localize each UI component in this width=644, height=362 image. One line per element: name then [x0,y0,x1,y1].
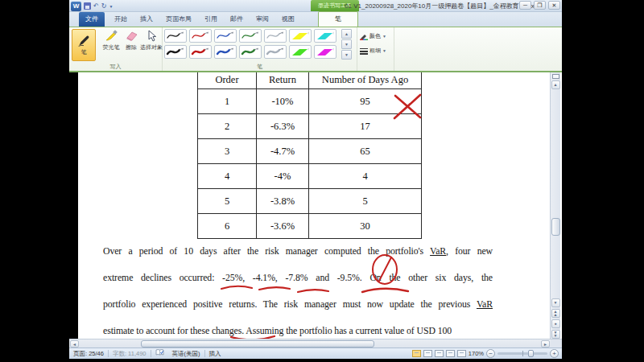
table-cell: -6.3% [257,114,309,139]
tab-pen-active[interactable]: 笔 [318,11,358,27]
undo-button[interactable]: ↶ [93,2,99,11]
scroll-down-icon[interactable]: ▼ [551,298,560,307]
quick-access-toolbar: W ↶ ↻ ▼ [71,1,113,11]
table-cell: -10% [257,89,309,114]
print-layout-view-button[interactable] [412,350,421,357]
pen-style-option-pen[interactable] [239,45,262,59]
line1-tail: , four new [446,245,493,257]
tab-review[interactable]: 审阅 [250,12,275,27]
horizontal-scrollbar[interactable]: ◄ ► [69,339,551,348]
language-indicator[interactable]: 英语(美国) [168,350,204,358]
table-row: 1-10%95 [198,89,422,114]
table-cell: -4% [257,164,309,189]
ribbon-group-format: 颜色▼ 粗细▼ [357,27,394,72]
pen-style-option-pen[interactable] [164,29,187,43]
highlighter-tool-button[interactable]: 荧光笔 [100,30,122,51]
fullscreen-reading-view-button[interactable] [423,350,432,357]
table-cell: -3.6% [257,214,309,239]
tab-references[interactable]: 引用 [198,12,224,27]
table-cell: 95 [309,89,422,114]
window-controls: ─ ❐ ✕ [519,1,560,10]
ribbon-group-write: 笔 荧光笔 擦除 选择对象 写入 [69,27,163,72]
insert-mode-indicator[interactable]: 插入 [205,350,225,358]
select-objects-button[interactable]: 选择对象 [140,30,163,51]
pen-style-option-pen[interactable] [239,29,262,43]
page-indicator[interactable]: 页面: 25/46 [69,350,108,358]
table-row: 5-3.8%5 [198,189,422,214]
pen-style-option-highlighter[interactable] [314,29,336,43]
gallery-scrollbar: ▲ ▼ ▼ [341,29,352,60]
zoom-slider[interactable] [497,352,547,355]
pen-style-option-pen[interactable] [214,29,237,43]
ribbon: 笔 荧光笔 擦除 选择对象 写入 [69,27,562,71]
pen-style-option-highlighter[interactable] [289,29,312,43]
paragraph-line: portfolio experienced positive returns. … [103,298,493,325]
pen-style-option-pen[interactable] [164,45,187,59]
browse-object-icon[interactable]: ● [551,319,560,328]
scrollbar-corner [551,339,562,348]
word-logo-icon: W [71,2,81,11]
scroll-right-icon[interactable]: ► [541,340,550,348]
zoom-level[interactable]: 170% [469,350,484,357]
table-row: 2-6.3%17 [198,114,422,139]
spellcheck-icon[interactable] [151,349,168,358]
browse-previous-icon[interactable]: ▲▲ [551,309,560,318]
paragraph-line: extreme declines occurred: -25%, -4.1%, … [103,272,493,298]
hscroll-thumb[interactable] [141,340,374,348]
pen-color-button[interactable]: 颜色▼ [360,32,386,40]
vscroll-track[interactable] [551,89,561,297]
ruler-toggle-icon[interactable] [552,74,559,79]
pen-icon [77,35,90,47]
tab-home[interactable]: 开始 [108,12,134,27]
browse-next-icon[interactable]: ▼▼ [551,330,560,339]
scroll-left-icon[interactable]: ◄ [70,340,79,348]
table-cell: 17 [309,114,422,139]
zoom-slider-thumb[interactable] [528,350,534,357]
gallery-scroll-down-icon[interactable]: ▼ [341,39,352,49]
scroll-up-icon[interactable]: ▲ [551,80,560,89]
ribbon-empty-area [394,27,562,72]
web-layout-view-button[interactable] [435,350,444,357]
tab-view[interactable]: 视图 [275,12,301,27]
document-left-gap [69,72,78,339]
outline-view-button[interactable] [446,350,455,357]
draft-view-button[interactable] [457,350,466,357]
status-bar: 页面: 25/46 字数: 11,490 英语(美国) 插入 170% − [69,348,562,359]
pen-tool-button[interactable]: 笔 [72,29,96,61]
pen-style-option-pen[interactable] [189,45,212,59]
qat-dropdown-icon[interactable]: ▼ [109,2,113,11]
tab-file[interactable]: 文件 [79,12,105,27]
tab-insert[interactable]: 插入 [134,12,159,27]
tab-page-layout[interactable]: 页面布局 [159,12,198,27]
table-cell: 4 [309,164,422,189]
tab-mailings[interactable]: 邮件 [224,12,250,27]
table-cell: 3 [198,139,257,164]
gallery-scroll-up-icon[interactable]: ▲ [341,29,352,39]
close-button[interactable]: ✕ [548,1,560,10]
gallery-more-icon[interactable]: ▼ [341,50,352,60]
zoom-in-button[interactable]: + [550,349,559,358]
vscroll-thumb[interactable] [551,218,560,236]
paragraph-line: Over a period of 10 days after the risk … [103,245,493,272]
restore-button[interactable]: ❐ [534,1,546,10]
pen-weight-button[interactable]: 粗细▼ [360,47,386,55]
word-count[interactable]: 字数: 11,490 [109,350,151,358]
pen-style-option-pen[interactable] [214,45,237,59]
table-header-cell: Return [257,72,309,89]
var-term: VaR [430,245,446,257]
save-icon[interactable] [84,2,91,10]
var-term: VaR [477,298,493,310]
vertical-scrollbar[interactable]: ▲ ▼ ▲▲ ● ▼▼ [550,72,560,339]
pen-style-option-pen[interactable] [264,45,287,59]
redo-button[interactable]: ↻ [101,2,107,11]
document-title: 01 V1_20200928_2020年10月一级押题卷【题目】_金程教育.do… [335,2,544,10]
minimize-button[interactable]: ─ [519,1,531,10]
line-weight-icon [360,47,368,55]
zoom-out-button[interactable]: − [486,349,495,358]
eraser-tool-button[interactable]: 擦除 [122,30,140,51]
pen-style-option-highlighter[interactable] [289,45,312,59]
pen-style-option-pen[interactable] [264,29,287,43]
pen-style-option-highlighter[interactable] [314,45,336,59]
pen-style-option-pen[interactable] [189,29,212,43]
document-page[interactable]: OrderReturnNumber of Days Ago 1-10%952-6… [78,72,562,339]
